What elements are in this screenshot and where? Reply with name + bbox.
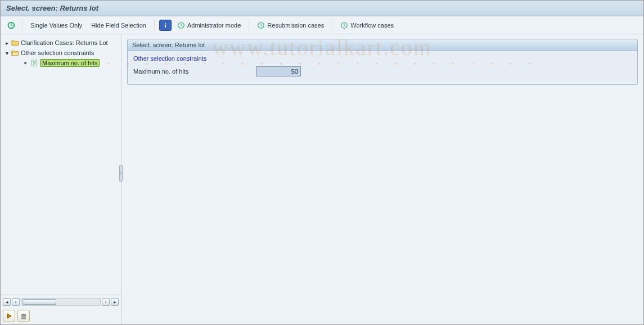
svg-line-9 <box>181 25 182 26</box>
single-values-only-label: Single Values Only <box>30 22 82 29</box>
hide-field-selection-button[interactable]: Hide Field Selection <box>88 21 150 30</box>
title-bar: Select. screen: Returns lot <box>1 1 643 16</box>
execute-icon <box>177 21 185 29</box>
toolbar-separator <box>332 20 332 31</box>
panel-title: Select. screen: Returns lot <box>132 42 205 48</box>
scroll-left-start-icon[interactable]: ◂ <box>3 298 11 306</box>
folder-closed-icon <box>11 39 19 47</box>
administrator-mode-label: Administrator mode <box>187 22 241 29</box>
max-hits-input[interactable] <box>256 66 301 76</box>
tree-node-clarification-cases[interactable]: ▸ Clarification Cases: Returns Lot <box>2 38 120 48</box>
svg-rect-5 <box>165 23 166 24</box>
administrator-mode-button[interactable]: Administrator mode <box>174 20 244 30</box>
svg-marker-21 <box>7 314 11 318</box>
expand-collapse-icon[interactable]: ▸ <box>4 40 10 46</box>
hide-field-selection-label: Hide Field Selection <box>91 22 146 29</box>
info-button[interactable] <box>159 20 172 31</box>
panel-body: Other selection constraints Maximum no. … <box>128 51 637 84</box>
navigation-tree-panel: ▸ Clarification Cases: Returns Lot ▾ Oth… <box>1 34 121 324</box>
execute-icon <box>257 21 265 29</box>
tree-node-label: Clarification Cases: Returns Lot <box>21 39 108 46</box>
scroll-left-icon[interactable]: ‹ <box>12 298 20 306</box>
navigation-tree[interactable]: ▸ Clarification Cases: Returns Lot ▾ Oth… <box>1 34 121 295</box>
selection-panel: Select. screen: Returns lot Other select… <box>127 39 638 85</box>
scroll-right-icon[interactable]: › <box>102 298 110 306</box>
execute-icon <box>340 21 348 29</box>
resubmission-cases-button[interactable]: Resubmission cases <box>254 20 327 30</box>
execute-button[interactable] <box>5 20 17 31</box>
play-icon <box>6 313 12 319</box>
tree-node-label: Other selection constraints <box>21 49 94 56</box>
single-values-only-button[interactable]: Single Values Only <box>27 21 85 30</box>
window-title: Select. screen: Returns lot <box>6 4 98 12</box>
scroll-track[interactable] <box>21 298 101 306</box>
workflow-cases-button[interactable]: Workflow cases <box>337 20 397 30</box>
group-title: Other selection constraints <box>133 55 632 62</box>
svg-rect-6 <box>165 24 166 27</box>
tree-bullet-icon <box>24 62 26 64</box>
toolbar-separator <box>154 20 155 31</box>
application-toolbar: Single Values Only Hide Field Selection … <box>1 16 643 34</box>
main-area: ▸ Clarification Cases: Returns Lot ▾ Oth… <box>1 34 643 324</box>
tree-node-maximum-hits[interactable]: Maximum no. of hits <box>2 58 120 68</box>
field-label-max-hits: Maximum no. of hits <box>133 68 251 75</box>
execute-tree-button[interactable] <box>3 310 15 322</box>
tree-node-other-selection-constraints[interactable]: ▾ Other selection constraints <box>2 48 120 58</box>
scroll-thumb[interactable] <box>22 299 56 305</box>
info-icon <box>161 21 169 29</box>
tree-horizontal-scrollbar[interactable]: ◂ ‹ › ▸ <box>3 297 119 306</box>
svg-line-12 <box>261 25 262 26</box>
scroll-right-end-icon[interactable]: ▸ <box>111 298 119 306</box>
content-area: Select. screen: Returns lot Other select… <box>121 34 643 324</box>
toolbar-separator <box>249 20 249 31</box>
svg-rect-22 <box>22 315 25 319</box>
field-row-max-hits: Maximum no. of hits <box>133 66 632 76</box>
toolbar-separator <box>22 20 22 31</box>
panel-header: Select. screen: Returns lot <box>128 39 637 51</box>
svg-rect-16 <box>32 60 37 66</box>
svg-line-3 <box>11 25 13 26</box>
expand-collapse-icon[interactable]: ▾ <box>4 50 10 56</box>
splitter-handle[interactable]: ⋮ <box>119 165 123 182</box>
execute-icon <box>7 21 15 29</box>
folder-open-icon <box>11 49 19 57</box>
document-icon <box>30 59 38 67</box>
delete-tree-button[interactable] <box>17 310 30 322</box>
sidebar-bottom-bar: ◂ ‹ › ▸ <box>1 295 121 324</box>
resubmission-cases-label: Resubmission cases <box>267 22 324 29</box>
trash-icon <box>20 313 27 319</box>
workflow-cases-label: Workflow cases <box>350 22 394 29</box>
svg-line-15 <box>344 25 345 26</box>
tree-node-label: Maximum no. of hits <box>40 59 100 67</box>
